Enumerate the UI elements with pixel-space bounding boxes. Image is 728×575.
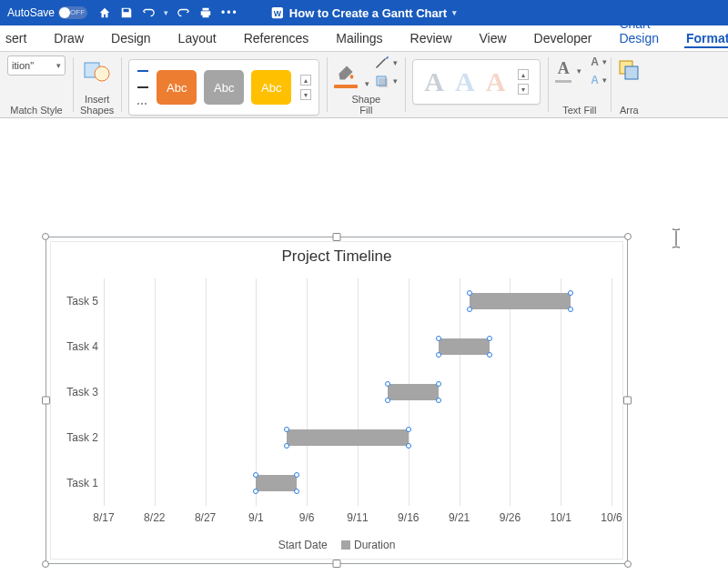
save-icon[interactable] — [120, 6, 133, 19]
shape-outline-button[interactable] — [375, 55, 398, 70]
home-icon[interactable] — [98, 6, 111, 19]
arrange-label: Arra — [620, 105, 639, 116]
resize-handle[interactable] — [42, 560, 49, 568]
autosave-toggle[interactable]: AutoSave OFF — [7, 6, 87, 19]
insert-shapes-button[interactable] — [82, 55, 113, 88]
x-axis-label: 10/6 — [601, 511, 622, 524]
data-point-handle[interactable] — [253, 489, 258, 494]
resize-handle[interactable] — [42, 233, 49, 240]
gantt-bar[interactable] — [256, 475, 297, 491]
text-outline-button[interactable]: A — [591, 55, 603, 68]
arrange-button[interactable] — [618, 55, 640, 88]
tab-format[interactable]: Format — [684, 27, 728, 51]
wordart-preset-2[interactable]: A — [455, 66, 475, 97]
resize-handle[interactable] — [42, 397, 50, 405]
tab-design[interactable]: Design — [109, 27, 153, 51]
text-fill-dd-icon[interactable] — [575, 66, 581, 76]
redo-icon[interactable] — [177, 6, 190, 19]
shape-style-preset-3[interactable]: Abc — [251, 70, 291, 105]
gallery-up-icon[interactable]: ▴ — [300, 75, 311, 86]
document-title[interactable]: W How to Create a Gantt Chart ▾ — [271, 6, 457, 20]
print-icon[interactable] — [199, 6, 212, 19]
chart-object[interactable]: Project Timeline 8/178/228/279/19/69/119… — [46, 237, 628, 564]
tab-review[interactable]: Review — [409, 27, 454, 51]
data-point-handle[interactable] — [385, 398, 390, 403]
document-title-dd-icon[interactable]: ▾ — [452, 8, 457, 17]
chart-legend[interactable]: Start Date Duration — [51, 539, 622, 551]
svg-point-4 — [95, 66, 109, 81]
data-point-handle[interactable] — [406, 443, 411, 449]
chart-area[interactable]: Project Timeline 8/178/228/279/19/69/119… — [50, 241, 623, 560]
gantt-bar[interactable] — [287, 429, 409, 446]
legend-entry-duration[interactable]: Duration — [354, 539, 395, 551]
shape-element-dropdown[interactable]: ition" ▾ — [7, 55, 66, 76]
data-point-handle[interactable] — [284, 427, 289, 432]
tab-view[interactable]: View — [478, 27, 509, 51]
resize-handle[interactable] — [624, 233, 632, 240]
text-effects-button[interactable]: A — [591, 74, 603, 86]
tab-mailings[interactable]: Mailings — [334, 27, 384, 51]
autosave-switch[interactable]: OFF — [58, 6, 87, 19]
gantt-bar[interactable] — [388, 384, 439, 400]
resize-handle[interactable] — [333, 233, 341, 241]
resize-handle[interactable] — [623, 397, 632, 405]
shape-style-preset-2[interactable]: Abc — [204, 70, 244, 105]
shape-fill-dd-icon[interactable] — [363, 79, 369, 88]
data-point-handle[interactable] — [467, 307, 472, 312]
gantt-bar[interactable] — [470, 293, 571, 309]
wordart-preset-3[interactable]: A — [486, 66, 506, 97]
ribbon: ition" ▾ Match Style Insert Shapes Abc A… — [0, 51, 728, 118]
gridline — [307, 278, 308, 506]
shape-fill-button[interactable] — [334, 61, 358, 88]
x-axis-label: 8/22 — [144, 511, 165, 524]
wordart-preset-1[interactable]: A — [424, 66, 444, 97]
data-point-handle[interactable] — [487, 336, 492, 341]
data-point-handle[interactable] — [568, 290, 573, 296]
text-fill-button[interactable]: A — [555, 59, 571, 83]
data-point-handle[interactable] — [436, 398, 441, 403]
match-style-button[interactable]: Match Style — [10, 105, 62, 116]
gridline — [510, 278, 511, 506]
legend-entry-start[interactable]: Start Date — [278, 539, 328, 551]
wordart-gallery[interactable]: A A A ▴ ▾ — [412, 59, 541, 105]
line-style-icon[interactable] — [136, 82, 149, 93]
gallery-down-icon[interactable]: ▾ — [518, 84, 529, 95]
x-axis-label: 9/26 — [500, 511, 521, 524]
resize-handle[interactable] — [333, 560, 341, 568]
more-icon[interactable]: ••• — [221, 6, 238, 19]
data-point-handle[interactable] — [487, 352, 492, 358]
quick-access-toolbar: ▾ ••• — [98, 6, 238, 19]
data-point-handle[interactable] — [436, 381, 441, 387]
tab-references[interactable]: References — [242, 27, 311, 51]
data-point-handle[interactable] — [467, 290, 472, 296]
gallery-up-icon[interactable]: ▴ — [518, 69, 529, 80]
resize-handle[interactable] — [624, 560, 632, 568]
chart-title[interactable]: Project Timeline — [51, 247, 622, 266]
autosave-label: AutoSave — [7, 6, 55, 19]
gallery-down-icon[interactable]: ▾ — [300, 89, 311, 100]
ribbon-group-text-fill: A A A Text Fill — [548, 52, 611, 117]
data-point-handle[interactable] — [436, 352, 441, 358]
line-style-icon[interactable] — [136, 98, 149, 109]
shape-effects-button[interactable] — [375, 74, 398, 88]
shape-style-gallery[interactable]: Abc Abc Abc ▴ ▾ — [128, 59, 319, 116]
shape-style-preset-1[interactable]: Abc — [157, 70, 197, 105]
tab-developer[interactable]: Developer — [532, 27, 594, 51]
undo-icon[interactable] — [142, 6, 155, 19]
data-point-handle[interactable] — [284, 443, 289, 449]
gridline — [104, 278, 105, 506]
gridline — [612, 278, 612, 506]
document-area[interactable]: Project Timeline 8/178/228/279/19/69/119… — [0, 118, 728, 575]
data-point-handle[interactable] — [406, 427, 411, 432]
data-point-handle[interactable] — [294, 489, 299, 494]
gantt-bar[interactable] — [439, 338, 490, 355]
text-fill-label: Text Fill — [562, 105, 596, 116]
plot-area[interactable]: 8/178/228/279/19/69/119/169/219/2610/110… — [104, 278, 612, 506]
tab-layout[interactable]: Layout — [177, 27, 218, 51]
data-point-handle[interactable] — [294, 472, 299, 478]
undo-dd-icon[interactable]: ▾ — [164, 8, 168, 17]
tab-insert[interactable]: sert — [4, 27, 28, 51]
tab-draw[interactable]: Draw — [52, 27, 86, 51]
line-style-icon[interactable] — [136, 66, 149, 76]
data-point-handle[interactable] — [568, 307, 573, 312]
